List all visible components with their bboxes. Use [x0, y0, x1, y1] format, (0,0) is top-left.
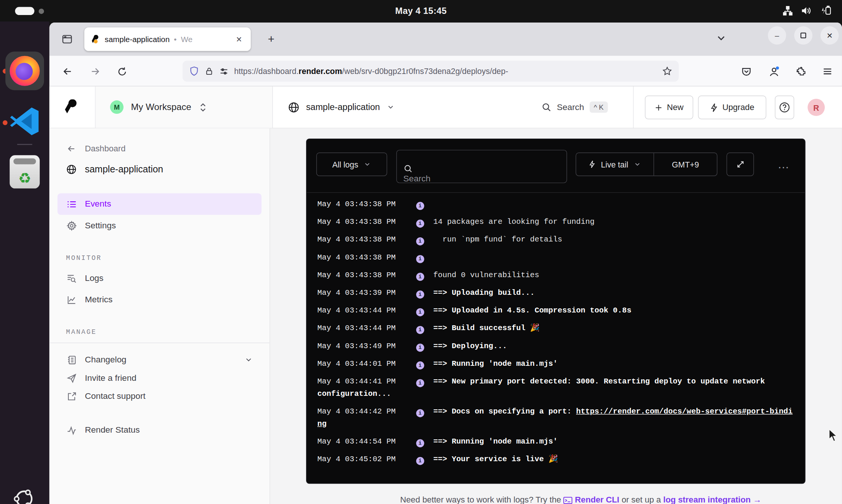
log-message: ==> Deploying... [433, 341, 507, 350]
tab-close-icon[interactable]: ✕ [234, 34, 244, 45]
chevron-down-icon[interactable] [244, 356, 253, 364]
url-bar[interactable]: https://dashboard.render.com/web/srv-d0b… [183, 61, 679, 82]
reload-icon[interactable] [114, 63, 130, 80]
dock-firefox-icon[interactable] [5, 51, 44, 90]
sidebar-item-events[interactable]: Events [57, 193, 261, 215]
sidebar-item-settings[interactable]: Settings [57, 215, 261, 236]
dock-vscode-icon[interactable] [5, 102, 44, 141]
sidebar-item-changelog[interactable]: Changelog [57, 351, 261, 369]
log-entry: May 4 03:44:54 PMi==> Running 'node main… [317, 433, 794, 450]
log-message: ==> Build successful 🎉 [433, 324, 540, 332]
sidebar-item-render-status[interactable]: Render Status [57, 419, 261, 441]
log-timestamp: May 4 03:44:41 PM [317, 377, 396, 386]
sidebar-service-name[interactable]: sample-application [57, 157, 261, 181]
info-icon: i [416, 439, 424, 447]
permissions-icon[interactable] [219, 66, 229, 76]
log-message: ==> Uploading build... [433, 288, 535, 297]
window-close-button[interactable]: ✕ [821, 26, 839, 45]
tab-title: sample-application • We [105, 35, 229, 44]
log-filter-dropdown[interactable]: All logs [316, 152, 387, 176]
log-entry: May 4 03:43:49 PMi==> Deploying... [317, 337, 794, 355]
lightning-icon [710, 103, 718, 112]
log-entry: May 4 03:43:38 PMi run `npm fund` for de… [317, 231, 794, 249]
sidebar-item-logs[interactable]: Logs [57, 267, 261, 289]
tracking-shield-icon[interactable] [189, 66, 199, 76]
lock-icon[interactable] [205, 66, 214, 75]
bookmark-star-icon[interactable] [662, 66, 672, 76]
sidebar-back-dashboard[interactable]: Dashboard [57, 140, 261, 157]
log-search-input[interactable]: Search [396, 150, 567, 183]
tab-strip: sample-application • We ✕ + – ✕ [50, 23, 842, 56]
logs-search-icon [66, 273, 77, 284]
browser-toolbar: https://dashboard.render.com/web/srv-d0b… [50, 56, 842, 86]
globe-icon [66, 164, 77, 175]
system-clock[interactable]: May 4 15:45 [0, 0, 842, 21]
log-arrow: ==> [433, 341, 452, 350]
log-timestamp: May 4 03:43:44 PM [317, 324, 396, 332]
service-name: sample-application [306, 102, 380, 112]
log-timestamp: May 4 03:43:49 PM [317, 341, 396, 350]
sidebar-item-invite[interactable]: Invite a friend [57, 369, 261, 387]
log-search-placeholder: Search [403, 174, 560, 184]
render-logo-icon[interactable] [63, 100, 80, 116]
sidebar: Dashboard sample-application [50, 128, 270, 504]
more-options-button[interactable]: … [777, 152, 790, 176]
lightning-icon [588, 160, 596, 169]
mouse-cursor [828, 429, 841, 442]
dock-trash-icon[interactable]: ♻ [5, 152, 44, 191]
global-search-button[interactable]: Search ^ K [541, 86, 608, 128]
account-icon[interactable] [766, 63, 782, 80]
cli-icon [563, 497, 572, 504]
log-message: ==> Uploaded in 4.5s. Compression took 0… [433, 306, 632, 315]
log-entry: May 4 03:43:44 PMi==> Build successful 🎉 [317, 320, 794, 337]
log-timestamp: May 4 03:43:38 PM [317, 271, 396, 279]
account-avatar[interactable]: R [807, 99, 825, 116]
recycle-glyph: ♻ [18, 171, 31, 186]
window-maximize-button[interactable] [794, 26, 813, 45]
chevron-down-icon [634, 161, 641, 168]
workspace-selector[interactable]: M My Workspace [96, 86, 272, 128]
info-icon: i [416, 202, 424, 210]
log-arrow: ==> [433, 359, 452, 368]
pocket-icon[interactable] [738, 63, 754, 80]
main-content: All logs Search [270, 128, 842, 504]
help-button[interactable] [775, 96, 794, 119]
log-arrow: ==> [433, 437, 452, 446]
info-icon: i [416, 237, 424, 245]
paper-plane-icon [66, 373, 77, 383]
active-tab[interactable]: sample-application • We ✕ [84, 27, 250, 51]
log-timestamp: May 4 03:44:01 PM [317, 359, 396, 368]
extensions-icon[interactable] [793, 63, 809, 80]
sidebar-section-monitor: MONITOR [66, 255, 253, 262]
menu-icon[interactable] [819, 63, 836, 80]
window-minimize-button[interactable]: – [768, 26, 786, 45]
system-top-bar: May 4 15:45 [0, 0, 842, 21]
plus-icon [655, 103, 662, 111]
firefox-view-icon[interactable] [59, 32, 75, 47]
sidebar-item-metrics[interactable]: Metrics [57, 289, 261, 310]
new-tab-button[interactable]: + [263, 31, 279, 47]
log-stream-link[interactable]: log stream integration → [663, 495, 761, 504]
url-text: https://dashboard.render.com/web/srv-d0b… [234, 66, 656, 75]
forward-icon[interactable] [87, 63, 103, 80]
battery-icon [819, 5, 833, 16]
expand-logs-button[interactable] [727, 152, 754, 176]
new-button[interactable]: New [645, 96, 693, 119]
back-icon[interactable] [60, 63, 76, 80]
render-cli-link[interactable]: Render CLI [575, 495, 619, 504]
log-arrow: ==> [433, 306, 452, 315]
ubuntu-logo-icon[interactable] [12, 486, 36, 504]
log-entry: May 4 03:44:41 PMi==> New primary port d… [317, 373, 794, 403]
list-all-tabs-icon[interactable] [715, 32, 727, 44]
chevron-down-icon [386, 103, 394, 111]
sidebar-item-contact-support[interactable]: Contact support [57, 387, 261, 406]
search-icon [403, 164, 560, 174]
timezone-button[interactable]: GMT+9 [653, 153, 717, 175]
service-selector[interactable]: sample-application [288, 86, 394, 128]
system-tray[interactable] [782, 0, 833, 21]
render-dashboard: M My Workspace sample-appli [50, 86, 842, 504]
upgrade-button[interactable]: Upgrade [698, 96, 767, 119]
log-panel: All logs Search [306, 139, 806, 484]
live-tail-dropdown[interactable]: Live tail [576, 153, 653, 175]
header-divider-3 [633, 86, 634, 128]
